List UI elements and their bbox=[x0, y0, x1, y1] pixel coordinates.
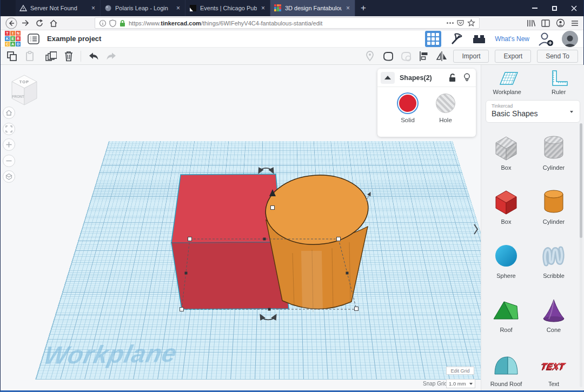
show-all-pin-icon[interactable] bbox=[364, 50, 376, 62]
tab-chicago-library[interactable]: Events | Chicago Public Library × bbox=[185, 0, 270, 16]
workplane-icon bbox=[496, 68, 519, 88]
url-prefix: https://www. bbox=[129, 20, 161, 26]
tab-server-not-found[interactable]: Server Not Found × bbox=[16, 0, 101, 16]
shape-inspector-panel: Shapes(2) Solid Hole bbox=[377, 69, 476, 137]
redo-icon[interactable] bbox=[105, 50, 117, 62]
ruler-label: Ruler bbox=[552, 89, 566, 95]
align-icon[interactable] bbox=[417, 50, 429, 62]
shape-tile-round-roof[interactable]: Round Roof bbox=[483, 347, 529, 392]
tab-close-button[interactable]: × bbox=[90, 4, 96, 12]
library-icon[interactable] bbox=[526, 19, 535, 28]
project-menu-icon[interactable] bbox=[28, 34, 39, 44]
undo-icon[interactable] bbox=[87, 50, 99, 62]
project-title[interactable]: Example project bbox=[47, 35, 101, 43]
solid-option[interactable]: Solid bbox=[398, 94, 417, 123]
reload-button[interactable] bbox=[33, 17, 46, 29]
bookmark-star-icon[interactable] bbox=[467, 19, 475, 27]
whats-new-link[interactable]: What's New bbox=[495, 35, 529, 43]
box-icon bbox=[491, 187, 521, 217]
tab-close-button[interactable]: × bbox=[345, 4, 351, 12]
snap-grid-dropdown[interactable]: 1.0 mm bbox=[446, 379, 475, 388]
export-button[interactable]: Export bbox=[495, 50, 531, 63]
urlbar-right-icons bbox=[526, 18, 579, 28]
inspector-header: Shapes(2) bbox=[377, 69, 476, 87]
tab-close-button[interactable]: × bbox=[260, 4, 266, 12]
add-person-icon[interactable] bbox=[537, 31, 554, 46]
view-cube[interactable]: TOP FRONT bbox=[9, 70, 39, 107]
shape-tile-scribble[interactable]: Scribble bbox=[531, 239, 576, 293]
tab-tinkercad-active[interactable]: 3D design Fantabulous Stantia × bbox=[270, 0, 355, 16]
page-actions-icon[interactable] bbox=[447, 22, 454, 24]
logo-tile: E bbox=[10, 36, 15, 41]
lightbulb-icon[interactable] bbox=[463, 73, 470, 82]
sidebars-icon[interactable] bbox=[541, 19, 550, 28]
edit-grid-button[interactable]: Edit Grid bbox=[446, 367, 474, 375]
copy-icon[interactable] bbox=[6, 50, 18, 62]
shape-tile-box[interactable]: Box bbox=[483, 185, 529, 239]
box-hole-icon bbox=[491, 133, 521, 163]
fit-view-button[interactable] bbox=[3, 123, 15, 135]
mirror-icon[interactable] bbox=[435, 50, 447, 62]
dashboard-grid-button[interactable] bbox=[425, 31, 441, 47]
tinkercad-logo[interactable]: T I N K E R C A D bbox=[5, 31, 21, 46]
collapse-panel-button[interactable] bbox=[381, 72, 395, 84]
url-field[interactable]: https://www.tinkercad.com/things/6WIFehy… bbox=[95, 17, 480, 29]
collapse-sidebar-chevron[interactable] bbox=[472, 218, 480, 240]
import-button[interactable]: Import bbox=[453, 50, 489, 63]
close-button[interactable] bbox=[564, 0, 583, 16]
shape-tile-sphere[interactable]: Sphere bbox=[483, 239, 529, 293]
https-lock-icon[interactable] bbox=[119, 19, 126, 27]
view-cube-front-label[interactable]: FRONT bbox=[12, 95, 24, 98]
send-to-button[interactable]: Send To bbox=[537, 50, 578, 63]
hole-label: Hole bbox=[439, 117, 452, 123]
ruler-tool[interactable]: Ruler bbox=[536, 68, 581, 95]
group-icon[interactable] bbox=[382, 50, 394, 62]
shape-tile-cylinder-hole[interactable]: Cylinder bbox=[531, 131, 576, 185]
user-avatar[interactable] bbox=[562, 31, 578, 47]
hole-option[interactable]: Hole bbox=[436, 94, 455, 123]
snap-grid-value: 1.0 mm bbox=[449, 381, 466, 387]
tab-close-button[interactable]: × bbox=[175, 4, 181, 12]
shape-tile-text[interactable]: TEXT TEXT Text bbox=[531, 347, 576, 392]
zoom-in-button[interactable] bbox=[3, 138, 15, 151]
perspective-toggle-button[interactable] bbox=[3, 170, 15, 183]
maximize-button[interactable] bbox=[545, 0, 564, 16]
shape-tile-roof[interactable]: Roof bbox=[483, 293, 529, 347]
3d-viewport[interactable]: Workplane bbox=[1, 65, 481, 390]
sphere-icon bbox=[491, 241, 521, 271]
cylinder-hole-icon bbox=[539, 133, 569, 163]
pickaxe-icon[interactable] bbox=[449, 32, 463, 46]
pocket-icon[interactable] bbox=[456, 19, 464, 27]
shield-icon[interactable] bbox=[109, 19, 116, 27]
menu-hamburger-icon[interactable] bbox=[570, 19, 579, 27]
snap-grid-label: Snap Grid bbox=[423, 381, 447, 387]
main-content: Workplane bbox=[1, 65, 583, 390]
sidebar-scrollbar[interactable] bbox=[580, 123, 582, 387]
view-cube-top-label[interactable]: TOP bbox=[19, 79, 29, 84]
browser-titlebar: Server Not Found × Polaris Leap - Login … bbox=[1, 0, 583, 16]
shape-tile-box-hole[interactable]: Box bbox=[483, 131, 529, 185]
new-tab-button[interactable]: + bbox=[355, 0, 371, 16]
shape-library-dropdown[interactable]: Tinkercad Basic Shapes bbox=[486, 100, 580, 123]
shape-tile-cylinder[interactable]: Cylinder bbox=[531, 185, 576, 239]
unlock-icon[interactable] bbox=[448, 73, 456, 82]
page-info-icon[interactable] bbox=[99, 19, 107, 27]
tab-polaris-leap[interactable]: Polaris Leap - Login × bbox=[101, 0, 185, 16]
url-text: https://www.tinkercad.com/things/6WIFehy… bbox=[129, 20, 444, 26]
paste-icon[interactable] bbox=[24, 50, 36, 62]
delete-icon[interactable] bbox=[63, 50, 75, 62]
back-button[interactable] bbox=[5, 17, 18, 29]
zoom-out-button[interactable] bbox=[3, 155, 15, 167]
forward-button[interactable] bbox=[19, 17, 32, 29]
workplane-tool[interactable]: Workplane bbox=[485, 68, 530, 95]
ungroup-icon[interactable] bbox=[400, 50, 412, 62]
shape-tile-cone[interactable]: Cone bbox=[531, 293, 576, 347]
url-domain: tinkercad.com bbox=[161, 20, 201, 26]
brick-blocks-icon[interactable] bbox=[472, 32, 487, 45]
duplicate-icon[interactable] bbox=[45, 50, 57, 62]
minimize-button[interactable] bbox=[525, 0, 545, 16]
home-view-button[interactable] bbox=[3, 107, 15, 119]
scrollbar-thumb[interactable] bbox=[580, 123, 582, 238]
account-icon[interactable] bbox=[556, 18, 565, 28]
home-button[interactable] bbox=[47, 17, 60, 29]
